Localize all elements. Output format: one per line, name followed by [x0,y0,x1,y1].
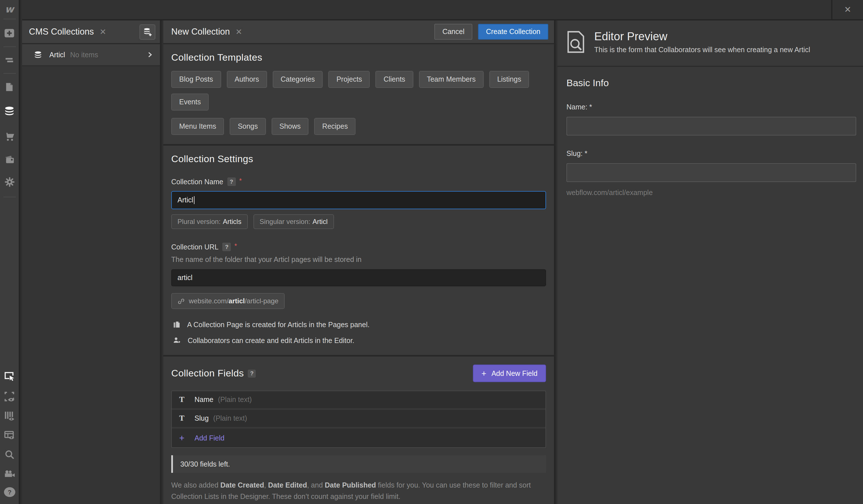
create-new-collection-button[interactable] [139,24,155,39]
help-icon[interactable]: ? [248,369,256,377]
collection-templates-section: Collection Templates Blog Posts Authors … [163,44,554,144]
template-button[interactable]: Menu Items [171,118,224,135]
template-button[interactable]: Authors [227,71,267,88]
plain-text-field-icon: T [179,414,187,423]
panel-close-button[interactable]: ✕ [831,0,863,19]
collection-fields-heading: Collection Fields [171,368,244,379]
collection-url-description: The name of the folder that your Articl … [171,256,546,264]
pages-info-row: A Collection Page is created for Articls… [171,320,546,329]
required-asterisk: * [235,242,237,250]
xray-mode-icon[interactable] [0,388,19,405]
template-button[interactable]: Songs [230,118,266,135]
collection-settings-section: Collection Settings Collection Name ? * … [163,146,554,355]
field-name: Name [195,396,213,404]
url-suffix: /articl-page [245,297,278,305]
collection-page-icon [172,320,181,329]
pages-info-text: A Collection Page is created for Articls… [187,320,370,329]
singular-version-label: Singular version: [259,218,310,226]
template-row-1: Blog Posts Authors Categories Projects C… [171,71,546,111]
collection-name-input[interactable]: Articl [171,191,546,209]
url-preview-chip[interactable]: website.com/articl/articl-page [171,293,285,309]
field-type: (Plain text) [218,396,252,404]
webflow-designer: w [0,0,863,504]
plain-text-field-icon: T [179,395,187,404]
collection-url-value: articl [177,274,192,282]
add-new-field-label: Add New Field [491,369,538,377]
add-elements-icon[interactable] [0,24,19,41]
template-button[interactable]: Recipes [314,118,356,135]
add-field-row[interactable]: + Add Field [172,429,546,447]
create-collection-button[interactable]: Create Collection [478,24,548,40]
field-type: (Plain text) [213,414,247,423]
collection-url-input[interactable]: articl [171,269,546,286]
database-icon [34,50,42,59]
field-row-slug[interactable]: T Slug (Plain text) [172,410,546,429]
basic-info-heading: Basic Info [566,78,856,89]
help-icon[interactable]: ? [0,483,19,501]
collection-url-label: Collection URL [171,243,218,251]
settings-gear-icon[interactable] [0,174,19,190]
template-button[interactable]: Team Members [419,71,483,88]
collaborators-info-text: Collaborators can create and edit Articl… [188,337,354,344]
cms-panel-title: CMS Collections [29,27,94,37]
cms-collections-panel: CMS Collections ✕ Articl No items [22,21,162,504]
preview-slug-input[interactable] [566,163,856,182]
template-button[interactable]: Listings [489,71,529,88]
pages-icon[interactable] [0,78,19,95]
help-icon[interactable]: ? [223,243,231,251]
video-tutorials-icon[interactable] [0,465,19,482]
template-button[interactable]: Blog Posts [171,71,221,88]
guides-icon[interactable] [0,407,19,424]
template-button[interactable]: Clients [376,71,413,88]
search-icon[interactable] [0,446,19,463]
field-list: T Name (Plain text) T Slug (Plain text) … [171,391,546,448]
add-field-label: Add Field [195,434,225,442]
navigator-icon[interactable] [0,52,19,68]
template-button[interactable]: Projects [328,71,370,88]
editor-preview-subtitle: This is the form that Collaborators will… [594,46,810,54]
note-date-edited: Date Edited [268,481,307,489]
preview-name-input[interactable] [566,117,856,136]
assets-icon[interactable] [0,151,19,168]
new-collection-panel: New Collection ✕ Cancel Create Collectio… [163,21,556,504]
required-asterisk: * [239,177,241,185]
singular-version-chip: Singular version:Articl [253,214,334,229]
collection-url-label-row: Collection URL ? * [171,243,546,251]
template-button[interactable]: Events [171,93,209,111]
editor-preview-icon [566,30,587,66]
ecommerce-icon[interactable] [0,128,19,144]
preview-settings-icon[interactable] [0,426,19,443]
cms-collections-icon[interactable] [0,103,19,119]
toolbar-divider [3,47,16,47]
left-toolbar: w [0,0,21,504]
add-new-field-button[interactable]: + Add New Field [473,365,546,382]
collection-name-label: Collection Name [171,178,223,186]
top-bar: ✕ [22,0,863,21]
collection-fields-header-row: Collection Fields ? + Add New Field [171,365,546,382]
editor-preview-title: Editor Preview [594,30,810,43]
field-row-name[interactable]: T Name (Plain text) [172,391,546,410]
fields-remaining-text: 30/30 fields left. [180,460,230,468]
collection-item-name: Articl [49,51,65,59]
singular-version-value: Articl [312,218,327,226]
collection-settings-heading: Collection Settings [171,154,546,165]
preview-name-label: Name: * [566,103,856,111]
select-mode-icon[interactable] [0,367,19,385]
field-name: Slug [195,414,209,423]
new-collection-title: New Collection [171,27,230,37]
webflow-logo-icon[interactable]: w [5,3,14,15]
editor-preview-panel: Editor Preview This is the form that Col… [558,21,863,504]
editor-preview-form: Basic Info Name: * Slug: * webflow.com/a… [558,67,863,197]
new-collection-header: New Collection ✕ Cancel Create Collectio… [163,21,554,44]
template-button[interactable]: Shows [272,118,309,135]
help-icon[interactable]: ? [227,177,236,186]
cms-panel-close-icon[interactable]: ✕ [100,28,106,36]
collection-item-count: No items [70,51,98,59]
preview-slug-label: Slug: * [566,150,856,158]
chevron-right-icon [147,52,153,58]
template-button[interactable]: Categories [273,71,323,88]
new-collection-close-icon[interactable]: ✕ [236,28,242,36]
collection-list-item[interactable]: Articl No items [22,44,160,66]
cancel-button[interactable]: Cancel [434,24,472,40]
text-caret [194,196,195,204]
